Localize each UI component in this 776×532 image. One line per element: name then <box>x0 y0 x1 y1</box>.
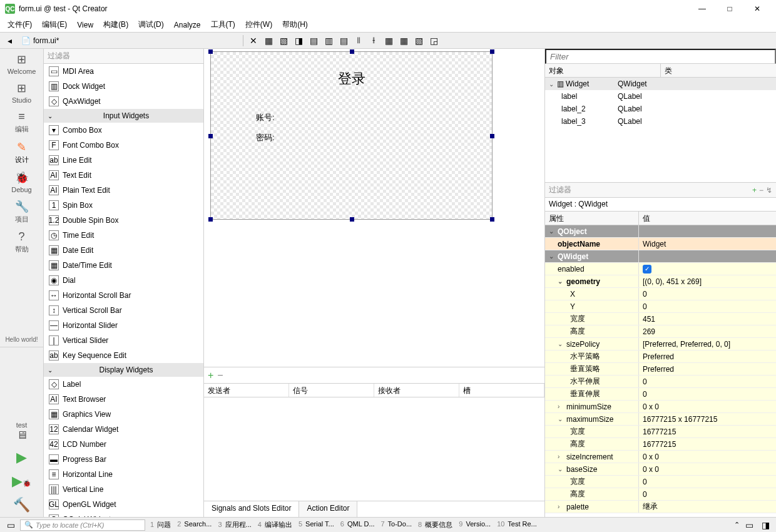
output-tab-1[interactable]: 1 问题 <box>148 520 173 529</box>
prop-objectName[interactable]: objectNameWidget <box>545 238 776 250</box>
signals-col-接收者[interactable]: 接收者 <box>374 384 459 397</box>
tab-Action-Editor[interactable]: Action Editor <box>299 501 357 517</box>
prop-Y[interactable]: Y0 <box>545 300 776 313</box>
remove-signal-icon[interactable]: − <box>217 370 223 381</box>
mode-设计[interactable]: ✎设计 <box>6 136 38 167</box>
menu-帮助(H)[interactable]: 帮助(H) <box>278 18 312 31</box>
checkbox-icon[interactable]: ✓ <box>643 265 651 274</box>
prop-value[interactable]: Widget <box>639 238 776 250</box>
prop-value[interactable]: [Preferred, Preferred, 0, 0] <box>639 338 776 350</box>
widget-Font-Combo-Box[interactable]: FFont Combo Box <box>44 138 203 153</box>
prop-value[interactable]: 继承 <box>639 501 776 513</box>
property-filter[interactable]: 过滤器 + − ↯ <box>545 183 776 198</box>
prop-value[interactable]: Preferred <box>639 350 776 362</box>
widget-category[interactable]: ⌄Display Widgets <box>44 363 203 377</box>
prop-宽度[interactable]: 宽度451 <box>545 313 776 325</box>
prop-高度[interactable]: 高度0 <box>545 488 776 501</box>
obj-label_2[interactable]: label_2QLabel <box>545 103 776 115</box>
widget-category[interactable]: ⌄Input Widgets <box>44 109 203 123</box>
expand-icon[interactable]: ⌄ <box>558 278 564 285</box>
prop-宽度[interactable]: 宽度0 <box>545 476 776 488</box>
file-tab[interactable]: 📄 form.ui* <box>18 36 63 45</box>
edit-signals-icon[interactable]: ▧ <box>277 34 290 48</box>
prop-geometry[interactable]: ⌄geometry[(0, 0), 451 x 269] <box>545 275 776 288</box>
obj-col-class[interactable]: 类 <box>661 64 776 77</box>
widget-Plain-Text-Edit[interactable]: AIPlain Text Edit <box>44 183 203 198</box>
prop-value[interactable]: 0 x 0 <box>639 451 776 463</box>
output-tab-5[interactable]: 5 Serial T... <box>296 520 337 529</box>
prop-col-name[interactable]: 属性 <box>545 212 639 225</box>
output-tab-6[interactable]: 6 QML D... <box>338 520 377 529</box>
menu-构建(B)[interactable]: 构建(B) <box>100 18 132 31</box>
widget-LCD-Number[interactable]: 42LCD Number <box>44 437 203 452</box>
widget-Combo-Box[interactable]: ▾Combo Box <box>44 123 203 138</box>
prop-enabled[interactable]: enabled✓ <box>545 263 776 275</box>
expand-icon[interactable]: ⌄ <box>558 416 564 422</box>
form-account-label[interactable]: 账号: <box>256 112 275 123</box>
back-button[interactable]: ◂ <box>3 34 16 48</box>
obj-Widget[interactable]: ⌄▥WidgetQWidget <box>545 78 776 90</box>
widget-Dock-Widget[interactable]: ▥Dock Widget <box>44 79 203 94</box>
prop-palette[interactable]: ›palette继承 <box>545 501 776 513</box>
prop-高度[interactable]: 高度269 <box>545 325 776 338</box>
obj-label_3[interactable]: label_3QLabel <box>545 115 776 128</box>
minimize-button[interactable]: — <box>693 3 711 15</box>
object-filter-input[interactable] <box>545 49 776 64</box>
output-tab-8[interactable]: 8 概要信息 <box>416 520 455 529</box>
widget-Calendar-Widget[interactable]: 12Calendar Widget <box>44 422 203 437</box>
prop-baseSize[interactable]: ⌄baseSize0 x 0 <box>545 463 776 476</box>
close-button[interactable]: ✕ <box>748 3 766 15</box>
prop-value[interactable]: 0 <box>639 476 776 488</box>
prop-水平策略[interactable]: 水平策略Preferred <box>545 350 776 363</box>
prop-value[interactable]: 16777215 <box>639 438 776 450</box>
add-signal-icon[interactable]: + <box>208 370 213 381</box>
widget-QAxWidget[interactable]: ◇QAxWidget <box>44 94 203 109</box>
prop-宽度[interactable]: 宽度16777215 <box>545 426 776 438</box>
form-widget[interactable]: 登录 账号: 密码: <box>210 51 493 220</box>
expand-icon[interactable]: › <box>558 503 564 510</box>
mode-Debug[interactable]: 🐞Debug <box>6 167 38 196</box>
output-tab-7[interactable]: 7 To-Do... <box>379 520 415 529</box>
prop-垂直伸展[interactable]: 垂直伸展0 <box>545 388 776 401</box>
menu-调试(D)[interactable]: 调试(D) <box>135 18 168 31</box>
widget-QQuickWidget[interactable]: QQQuickWidget <box>44 512 203 517</box>
menu-控件(W)[interactable]: 控件(W) <box>242 18 276 31</box>
prop-value[interactable]: ✓ <box>639 263 776 275</box>
add-prop-icon[interactable]: + <box>752 186 757 195</box>
signals-col-信号[interactable]: 信号 <box>289 384 374 397</box>
output-tab-10[interactable]: 10 Test Re... <box>494 520 539 529</box>
prop-sizePolicy[interactable]: ⌄sizePolicy[Preferred, Preferred, 0, 0] <box>545 338 776 350</box>
mode-Studio[interactable]: ⊞Studio <box>6 78 38 106</box>
expand-icon[interactable]: ⌄ <box>558 340 564 347</box>
prop-sizeIncrement[interactable]: ›sizeIncrement0 x 0 <box>545 451 776 463</box>
prop-水平伸展[interactable]: 水平伸展0 <box>545 376 776 388</box>
layout-grid-icon[interactable]: ▦ <box>382 34 396 48</box>
widget-Date/Time-Edit[interactable]: ▦Date/Time Edit <box>44 258 203 273</box>
prop-value[interactable]: 0 x 0 <box>639 401 776 412</box>
widgetbox-filter[interactable]: 过滤器 <box>44 49 203 64</box>
prop-value[interactable]: 0 <box>639 488 776 500</box>
adjust-size-icon[interactable]: ◲ <box>427 34 441 48</box>
widget-OpenGL-Widget[interactable]: GLOpenGL Widget <box>44 497 203 512</box>
widget-Horizontal-Slider[interactable]: —Horizontal Slider <box>44 318 203 333</box>
widget-Line-Edit[interactable]: abLine Edit <box>44 153 203 168</box>
prop-value[interactable]: 0 <box>639 388 776 400</box>
prop-value[interactable]: 0 <box>639 376 776 387</box>
expand-icon[interactable]: ⌄ <box>558 466 564 473</box>
output-tab-4[interactable]: 4 编译输出 <box>255 520 295 529</box>
kit-selector[interactable]: test 🖥 <box>0 417 43 446</box>
output-tab-3[interactable]: 3 应用程... <box>215 520 253 529</box>
layout-form-icon[interactable]: ▦ <box>397 34 411 48</box>
prop-value[interactable]: 0 <box>639 288 776 300</box>
output-tab-9[interactable]: 9 Versio... <box>456 520 493 529</box>
tab-Signals-and-Slots-Editor[interactable]: Signals and Slots Editor <box>204 501 299 517</box>
form-title-label[interactable]: 登录 <box>338 69 365 88</box>
prop-value[interactable]: 451 <box>639 313 776 325</box>
menu-Analyze[interactable]: Analyze <box>170 19 205 31</box>
close-tab-button[interactable]: ✕ <box>247 34 260 48</box>
widget-Text-Edit[interactable]: AIText Edit <box>44 168 203 183</box>
obj-label[interactable]: labelQLabel <box>545 90 776 103</box>
widget-Vertical-Scroll-Bar[interactable]: ↕Vertical Scroll Bar <box>44 303 203 318</box>
locator-input[interactable]: 🔍 Type to locate (Ctrl+K) <box>20 519 145 531</box>
prop-垂直策略[interactable]: 垂直策略Preferred <box>545 363 776 376</box>
